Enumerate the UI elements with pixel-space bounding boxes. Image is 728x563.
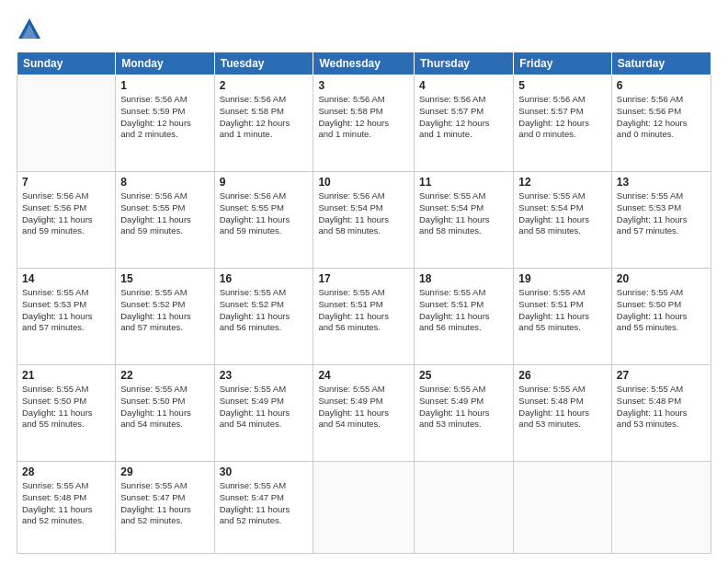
calendar-header-saturday: Saturday	[611, 52, 711, 75]
calendar-cell: 29Sunrise: 5:55 AMSunset: 5:47 PMDayligh…	[116, 461, 214, 553]
day-number: 25	[419, 369, 508, 382]
day-number: 8	[120, 176, 209, 189]
calendar-header-friday: Friday	[514, 52, 612, 75]
day-number: 4	[419, 79, 508, 92]
day-info: Sunrise: 5:56 AMSunset: 5:57 PMDaylight:…	[518, 94, 607, 141]
day-number: 14	[22, 272, 110, 285]
calendar-header-row: SundayMondayTuesdayWednesdayThursdayFrid…	[17, 52, 711, 75]
calendar-cell: 22Sunrise: 5:55 AMSunset: 5:50 PMDayligh…	[116, 364, 214, 461]
day-number: 17	[318, 272, 409, 285]
day-info: Sunrise: 5:55 AMSunset: 5:54 PMDaylight:…	[419, 190, 508, 237]
day-number: 23	[220, 369, 309, 382]
calendar-week-2: 7Sunrise: 5:56 AMSunset: 5:56 PMDaylight…	[17, 171, 711, 268]
calendar-cell: 21Sunrise: 5:55 AMSunset: 5:50 PMDayligh…	[17, 364, 116, 461]
day-info: Sunrise: 5:55 AMSunset: 5:53 PMDaylight:…	[617, 190, 706, 237]
day-number: 1	[120, 79, 209, 92]
calendar-cell: 28Sunrise: 5:55 AMSunset: 5:48 PMDayligh…	[17, 461, 116, 553]
day-info: Sunrise: 5:55 AMSunset: 5:48 PMDaylight:…	[518, 384, 607, 431]
day-number: 24	[318, 369, 409, 382]
calendar-cell: 3Sunrise: 5:56 AMSunset: 5:58 PMDaylight…	[313, 75, 415, 172]
day-info: Sunrise: 5:55 AMSunset: 5:52 PMDaylight:…	[120, 287, 209, 334]
day-info: Sunrise: 5:55 AMSunset: 5:51 PMDaylight:…	[518, 287, 607, 334]
day-number: 16	[220, 272, 309, 285]
calendar-cell	[415, 461, 514, 553]
calendar-cell: 12Sunrise: 5:55 AMSunset: 5:54 PMDayligh…	[514, 171, 612, 268]
calendar-cell	[17, 75, 116, 172]
page-container: SundayMondayTuesdayWednesdayThursdayFrid…	[0, 0, 728, 563]
day-number: 12	[518, 176, 607, 189]
day-info: Sunrise: 5:55 AMSunset: 5:51 PMDaylight:…	[318, 287, 409, 334]
calendar-cell: 13Sunrise: 5:55 AMSunset: 5:53 PMDayligh…	[611, 171, 711, 268]
day-info: Sunrise: 5:56 AMSunset: 5:56 PMDaylight:…	[617, 94, 706, 141]
calendar-header-monday: Monday	[116, 52, 214, 75]
day-number: 19	[518, 272, 607, 285]
day-info: Sunrise: 5:55 AMSunset: 5:49 PMDaylight:…	[220, 384, 309, 431]
calendar-cell: 5Sunrise: 5:56 AMSunset: 5:57 PMDaylight…	[514, 75, 612, 172]
day-info: Sunrise: 5:56 AMSunset: 5:56 PMDaylight:…	[22, 190, 110, 237]
day-number: 6	[617, 79, 706, 92]
day-info: Sunrise: 5:55 AMSunset: 5:50 PMDaylight:…	[22, 384, 110, 431]
calendar-cell: 20Sunrise: 5:55 AMSunset: 5:50 PMDayligh…	[611, 268, 711, 364]
calendar-cell: 7Sunrise: 5:56 AMSunset: 5:56 PMDaylight…	[17, 171, 116, 268]
day-info: Sunrise: 5:56 AMSunset: 5:54 PMDaylight:…	[318, 190, 409, 237]
calendar-cell: 10Sunrise: 5:56 AMSunset: 5:54 PMDayligh…	[313, 171, 415, 268]
day-number: 7	[22, 176, 110, 189]
day-number: 3	[318, 79, 409, 92]
day-number: 10	[318, 176, 409, 189]
day-info: Sunrise: 5:56 AMSunset: 5:55 PMDaylight:…	[120, 190, 209, 237]
day-info: Sunrise: 5:55 AMSunset: 5:48 PMDaylight:…	[22, 480, 110, 527]
logo-icon	[17, 17, 42, 42]
calendar-cell: 11Sunrise: 5:55 AMSunset: 5:54 PMDayligh…	[415, 171, 514, 268]
day-number: 21	[22, 369, 110, 382]
day-info: Sunrise: 5:56 AMSunset: 5:58 PMDaylight:…	[318, 94, 409, 141]
day-info: Sunrise: 5:56 AMSunset: 5:57 PMDaylight:…	[419, 94, 508, 141]
day-info: Sunrise: 5:56 AMSunset: 5:59 PMDaylight:…	[120, 94, 209, 141]
day-number: 22	[120, 369, 209, 382]
day-info: Sunrise: 5:55 AMSunset: 5:53 PMDaylight:…	[22, 287, 110, 334]
calendar-cell: 19Sunrise: 5:55 AMSunset: 5:51 PMDayligh…	[514, 268, 612, 364]
calendar-cell: 8Sunrise: 5:56 AMSunset: 5:55 PMDaylight…	[116, 171, 214, 268]
day-number: 26	[518, 369, 607, 382]
day-number: 27	[617, 369, 706, 382]
day-number: 9	[220, 176, 309, 189]
calendar-table: SundayMondayTuesdayWednesdayThursdayFrid…	[17, 52, 711, 554]
day-number: 11	[419, 176, 508, 189]
calendar-cell: 4Sunrise: 5:56 AMSunset: 5:57 PMDaylight…	[415, 75, 514, 172]
calendar-header-wednesday: Wednesday	[313, 52, 415, 75]
calendar-week-4: 21Sunrise: 5:55 AMSunset: 5:50 PMDayligh…	[17, 364, 711, 461]
calendar-header-thursday: Thursday	[415, 52, 514, 75]
calendar-cell	[313, 461, 415, 553]
logo	[17, 17, 46, 42]
calendar-cell	[514, 461, 612, 553]
day-number: 18	[419, 272, 508, 285]
day-info: Sunrise: 5:55 AMSunset: 5:50 PMDaylight:…	[617, 287, 706, 334]
calendar-header-sunday: Sunday	[17, 52, 116, 75]
calendar-header-tuesday: Tuesday	[214, 52, 313, 75]
calendar-cell: 18Sunrise: 5:55 AMSunset: 5:51 PMDayligh…	[415, 268, 514, 364]
calendar-cell: 14Sunrise: 5:55 AMSunset: 5:53 PMDayligh…	[17, 268, 116, 364]
day-info: Sunrise: 5:55 AMSunset: 5:47 PMDaylight:…	[120, 480, 209, 527]
calendar-cell: 16Sunrise: 5:55 AMSunset: 5:52 PMDayligh…	[214, 268, 313, 364]
calendar-week-1: 1Sunrise: 5:56 AMSunset: 5:59 PMDaylight…	[17, 75, 711, 172]
calendar-cell: 24Sunrise: 5:55 AMSunset: 5:49 PMDayligh…	[313, 364, 415, 461]
calendar-cell: 17Sunrise: 5:55 AMSunset: 5:51 PMDayligh…	[313, 268, 415, 364]
day-number: 5	[518, 79, 607, 92]
day-info: Sunrise: 5:55 AMSunset: 5:48 PMDaylight:…	[617, 384, 706, 431]
day-number: 2	[220, 79, 309, 92]
calendar-week-5: 28Sunrise: 5:55 AMSunset: 5:48 PMDayligh…	[17, 461, 711, 553]
calendar-cell: 30Sunrise: 5:55 AMSunset: 5:47 PMDayligh…	[214, 461, 313, 553]
calendar-cell: 9Sunrise: 5:56 AMSunset: 5:55 PMDaylight…	[214, 171, 313, 268]
calendar-cell: 2Sunrise: 5:56 AMSunset: 5:58 PMDaylight…	[214, 75, 313, 172]
day-info: Sunrise: 5:55 AMSunset: 5:49 PMDaylight:…	[419, 384, 508, 431]
day-info: Sunrise: 5:55 AMSunset: 5:52 PMDaylight:…	[220, 287, 309, 334]
calendar-cell: 26Sunrise: 5:55 AMSunset: 5:48 PMDayligh…	[514, 364, 612, 461]
day-info: Sunrise: 5:55 AMSunset: 5:54 PMDaylight:…	[518, 190, 607, 237]
calendar-cell: 6Sunrise: 5:56 AMSunset: 5:56 PMDaylight…	[611, 75, 711, 172]
day-number: 30	[220, 465, 309, 478]
day-number: 28	[22, 465, 110, 478]
day-number: 15	[120, 272, 209, 285]
day-number: 29	[120, 465, 209, 478]
day-info: Sunrise: 5:56 AMSunset: 5:55 PMDaylight:…	[220, 190, 309, 237]
calendar-week-3: 14Sunrise: 5:55 AMSunset: 5:53 PMDayligh…	[17, 268, 711, 364]
day-info: Sunrise: 5:55 AMSunset: 5:47 PMDaylight:…	[220, 480, 309, 527]
